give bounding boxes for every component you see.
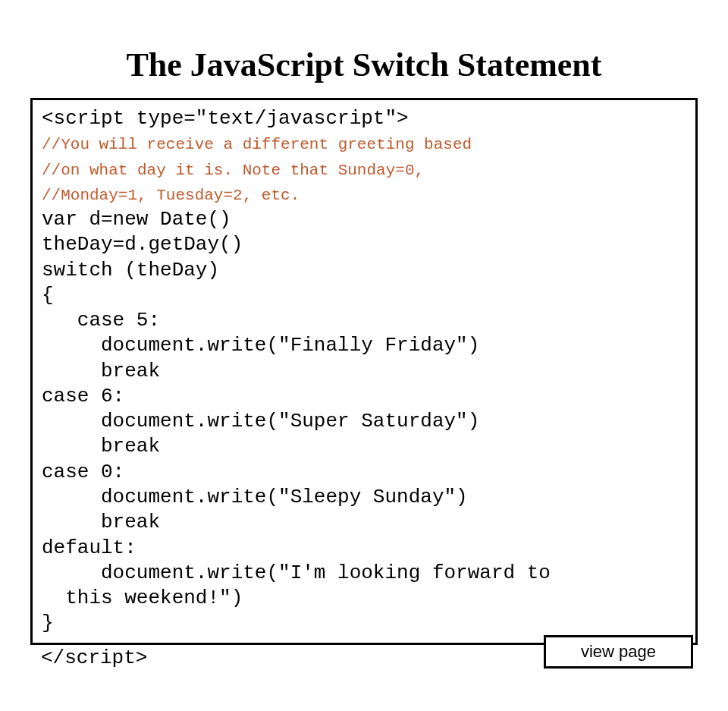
code-line2: theDay=d.getDay() — [42, 233, 243, 256]
code-line17: } — [42, 612, 54, 634]
code-line1: var d=new Date() — [42, 208, 231, 231]
code-comment-line2: //on what day it is. Note that Sunday=0, — [42, 162, 424, 179]
code-line4: { — [42, 284, 54, 307]
view-page-button[interactable]: view page — [544, 635, 693, 669]
code-line3: switch (theDay) — [42, 259, 219, 282]
code-open-tag: <script type="text/javascript"> — [42, 107, 409, 130]
code-line12: document.write("Sleepy Sunday") — [42, 486, 468, 508]
code-line7: break — [42, 360, 160, 382]
code-line9: document.write("Super Saturday") — [42, 410, 479, 433]
code-line6: document.write("Finally Friday") — [42, 334, 479, 357]
code-line8: case 6: — [42, 385, 124, 407]
code-line10: break — [42, 435, 160, 458]
code-box: <script type="text/javascript"> //You wi… — [30, 98, 698, 645]
slide-container: The JavaScript Switch Statement <script … — [0, 0, 728, 711]
code-line15: document.write("I'm looking forward to — [42, 562, 551, 584]
code-comment-line1: //You will receive a different greeting … — [42, 136, 472, 153]
code-line13: break — [42, 511, 160, 533]
code-line11: case 0: — [42, 461, 124, 483]
code-line5: case 5: — [42, 309, 160, 332]
code-comment-line3: //Monday=1, Tuesday=2, etc. — [42, 187, 300, 204]
code-line16: this weekend!") — [42, 587, 243, 609]
code-line14: default: — [42, 536, 136, 559]
slide-title: The JavaScript Switch Statement — [30, 46, 698, 84]
